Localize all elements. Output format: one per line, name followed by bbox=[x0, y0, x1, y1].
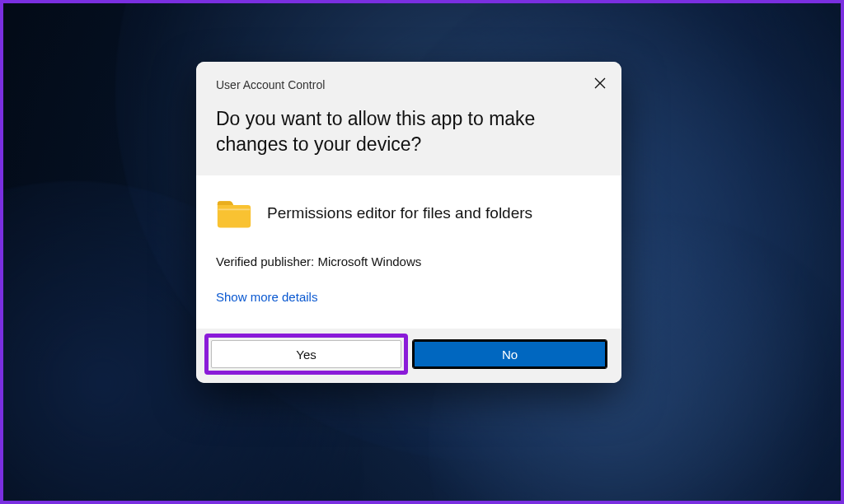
uac-title: User Account Control bbox=[216, 78, 602, 91]
app-identity-row: Permissions editor for files and folders bbox=[216, 197, 602, 230]
no-button[interactable]: No bbox=[413, 340, 607, 368]
close-icon bbox=[594, 77, 606, 89]
folder-icon bbox=[216, 197, 252, 230]
app-name: Permissions editor for files and folders bbox=[267, 204, 532, 222]
close-button[interactable] bbox=[588, 72, 612, 95]
uac-dialog: User Account Control Do you want to allo… bbox=[196, 62, 621, 383]
publisher-line: Verified publisher: Microsoft Windows bbox=[216, 254, 602, 268]
uac-dialog-header: User Account Control Do you want to allo… bbox=[196, 62, 621, 175]
show-more-details-link[interactable]: Show more details bbox=[216, 290, 317, 304]
uac-dialog-footer: Yes No bbox=[196, 329, 621, 383]
yes-button[interactable]: Yes bbox=[211, 340, 401, 368]
uac-question: Do you want to allow this app to make ch… bbox=[216, 106, 602, 157]
annotation-highlight: Yes bbox=[204, 334, 408, 375]
uac-dialog-body: Permissions editor for files and folders… bbox=[196, 175, 621, 329]
